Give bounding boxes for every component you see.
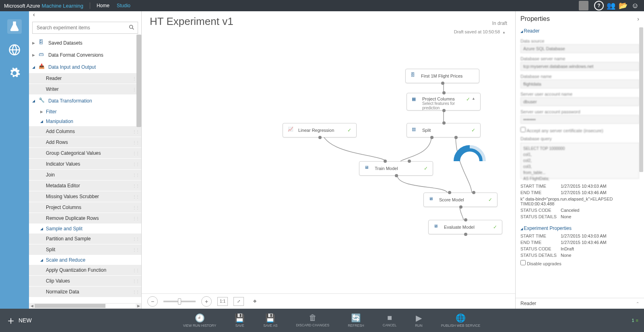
module-missing-values[interactable]: Missing Values Scrubber⋮⋮ xyxy=(29,191,141,202)
subcat-sample-split[interactable]: ◢Sample and Split xyxy=(29,224,141,234)
save-icon: 💾 xyxy=(235,313,245,323)
prop-value[interactable]: •••••••• xyxy=(520,115,639,124)
zoom-fit-button[interactable]: ⤢ xyxy=(233,297,244,306)
save-as-icon: 💾 xyxy=(265,313,275,323)
folder-icon[interactable]: 📂 xyxy=(618,1,628,10)
exp-end-time: END TIME1/27/2015 10:43:46 AM xyxy=(520,239,639,246)
model-icon: 📈 xyxy=(288,127,295,134)
users-icon[interactable]: 👥 xyxy=(606,1,616,10)
module-split[interactable]: Split⋮⋮ xyxy=(29,244,141,255)
prop-value[interactable]: Azure SQL Database xyxy=(520,44,639,53)
smile-icon[interactable]: ☺ xyxy=(630,1,640,10)
cat-data-transform[interactable]: ◢🔧Data Transformation xyxy=(29,95,141,107)
run-status-details: STATUS DETAILSNone xyxy=(520,213,639,220)
subcat-manipulation[interactable]: ◢Manipulation xyxy=(29,117,141,126)
search-input[interactable] xyxy=(32,22,138,34)
stop-icon: ■ xyxy=(387,313,392,322)
help-icon[interactable]: ? xyxy=(594,1,604,10)
node-score-model[interactable]: 🖥 Score Model ✓ xyxy=(423,193,497,207)
experiments-icon[interactable] xyxy=(7,19,22,34)
nav-studio[interactable]: Studio xyxy=(117,3,130,8)
module-indicator-values[interactable]: Indicator Values⋮⋮ xyxy=(29,159,141,170)
run-button[interactable]: ▶RUN xyxy=(415,313,422,328)
module-group-categorical[interactable]: Group Categorical Values⋮⋮ xyxy=(29,148,141,159)
exp-start-time: START TIME1/27/2015 10:43:03 AM xyxy=(520,233,639,239)
properties-footer[interactable]: Reader⌃ xyxy=(516,298,644,309)
prop-value[interactable]: flightdata xyxy=(520,80,639,88)
cancel-button[interactable]: ■CANCEL xyxy=(383,313,396,328)
web-services-icon[interactable] xyxy=(7,43,22,57)
check-icon: ✓ xyxy=(488,197,492,203)
zoom-out-button[interactable]: − xyxy=(147,296,158,307)
plus-icon: ＋ xyxy=(6,314,16,328)
cat-data-io[interactable]: ◢📥Data Input and Output xyxy=(29,61,141,73)
view-run-history-button[interactable]: 🕘VIEW RUN HISTORY xyxy=(183,313,216,328)
prop-label: Database server name xyxy=(520,56,639,61)
cat-saved-datasets[interactable]: ▶🗄Saved Datasets xyxy=(29,37,141,49)
zoom-reset-button[interactable]: 1:1 xyxy=(217,297,228,306)
prop-label: Server user account password xyxy=(520,109,639,114)
trash-icon: 🗑 xyxy=(309,313,317,322)
module-partition-sample[interactable]: Partition and Sample⋮⋮ xyxy=(29,234,141,244)
refresh-button[interactable]: 🔄REFRESH xyxy=(348,313,364,328)
search-icon xyxy=(128,24,135,32)
module-writer[interactable]: Writer⋮⋮ xyxy=(29,84,141,95)
save--button[interactable]: 💾SAVE xyxy=(235,313,245,328)
palette-hscroll[interactable]: ◀▶ xyxy=(29,303,141,309)
module-project-columns[interactable]: Project Columns⋮⋮ xyxy=(29,202,141,213)
disable-upgrades-checkbox[interactable]: Disable upgrades xyxy=(520,258,639,266)
user-avatar[interactable] xyxy=(579,1,588,10)
prop-query[interactable]: SELECT TOP 1000000 col1, col2, col3, fro… xyxy=(520,143,639,179)
node-train-model[interactable]: 🖥 Train Model ✓ xyxy=(359,161,433,176)
module-add-columns[interactable]: Add Columns⋮⋮ xyxy=(29,126,141,137)
node-evaluate-model[interactable]: 🖥 Evaluate Model ✓ xyxy=(428,220,502,234)
new-button[interactable]: ＋NEW xyxy=(6,314,32,328)
discard-button[interactable]: 🗑DISCARD CHANGES xyxy=(296,313,329,328)
prop-value[interactable]: tcp:myserver.database.windows.net xyxy=(520,62,639,71)
node-flight-prices[interactable]: 🗄 First 1M Flight Prices xyxy=(405,69,479,83)
check-icon: ✓ xyxy=(424,166,428,171)
prop-checkbox-label[interactable]: Accept any server certificate (insecure) xyxy=(520,127,639,133)
subcat-filter[interactable]: ▶Filter xyxy=(29,107,141,117)
cat-data-format[interactable]: ▶🗃Data Format Conversions xyxy=(29,49,141,61)
module-join[interactable]: Join⋮⋮ xyxy=(29,170,141,180)
save-as-button[interactable]: 💾SAVE AS xyxy=(263,313,277,328)
properties-scrollbar[interactable] xyxy=(639,27,643,172)
split-icon: ▥ xyxy=(412,127,419,134)
nav-home[interactable]: Home xyxy=(97,3,109,8)
experiment-canvas-wrap: HT Experiment v1 In draft Draft saved at… xyxy=(142,11,515,309)
exp-status-details: STATUS DETAILSNone xyxy=(520,252,639,258)
node-linear-regression[interactable]: 📈 Linear Regression ✓ xyxy=(283,123,357,137)
palette-scrollbar[interactable] xyxy=(136,35,141,127)
module-metadata-editor[interactable]: Metadata Editor⋮⋮ xyxy=(29,180,141,191)
module-clip-values[interactable]: Clip Values⋮⋮ xyxy=(29,276,141,287)
collapse-properties-button[interactable]: › xyxy=(637,16,639,22)
convert-icon: 🗃 xyxy=(39,51,46,59)
bars-icon: ≡ xyxy=(636,318,638,323)
module-add-rows[interactable]: Add Rows⋮⋮ xyxy=(29,137,141,148)
module-remove-duplicates[interactable]: Remove Duplicate Rows⋮⋮ xyxy=(29,213,141,224)
exp-status-code: STATUS CODEInDraft xyxy=(520,246,639,252)
bottom-bar: ＋NEW 🕘VIEW RUN HISTORY 💾SAVE 💾SAVE AS 🗑D… xyxy=(0,309,644,332)
module-quantization[interactable]: Apply Quantization Function⋮⋮ xyxy=(29,265,141,276)
run-end-time: END TIME1/27/2015 10:43:46 AM xyxy=(520,189,639,196)
node-project-columns[interactable]: ▦ Project ColumnsSelect features for pre… xyxy=(407,93,481,111)
check-icon: ✓ xyxy=(466,96,470,102)
subcat-scale-reduce[interactable]: ◢Scale and Reduce xyxy=(29,255,141,265)
node-split[interactable]: ▥ Split ✓ xyxy=(407,123,481,137)
experiment-canvas[interactable]: 📥 Reader 🗄 First 1M Flight Prices ▦ Proj… xyxy=(142,37,515,293)
section-experiment-props[interactable]: Experiment Properties xyxy=(520,224,639,233)
experiment-title[interactable]: HT Experiment v1 xyxy=(150,15,233,28)
module-reader[interactable]: Reader⋮⋮ xyxy=(29,73,141,84)
collapse-palette-button[interactable]: ‹ xyxy=(29,11,141,20)
pan-button[interactable]: ✥ xyxy=(250,297,260,306)
prop-value[interactable]: dbuser xyxy=(520,97,639,106)
settings-icon[interactable] xyxy=(7,66,22,80)
publish-button[interactable]: 🌐PUBLISH WEB SERVICE xyxy=(441,313,481,328)
module-normalize[interactable]: Normalize Data⋮⋮ xyxy=(29,287,141,297)
zoom-slider[interactable] xyxy=(163,301,196,302)
prop-label: Database name xyxy=(520,74,639,79)
play-icon: ▶ xyxy=(416,313,422,323)
zoom-in-button[interactable]: + xyxy=(201,296,212,307)
section-reader[interactable]: Reader xyxy=(520,27,639,35)
